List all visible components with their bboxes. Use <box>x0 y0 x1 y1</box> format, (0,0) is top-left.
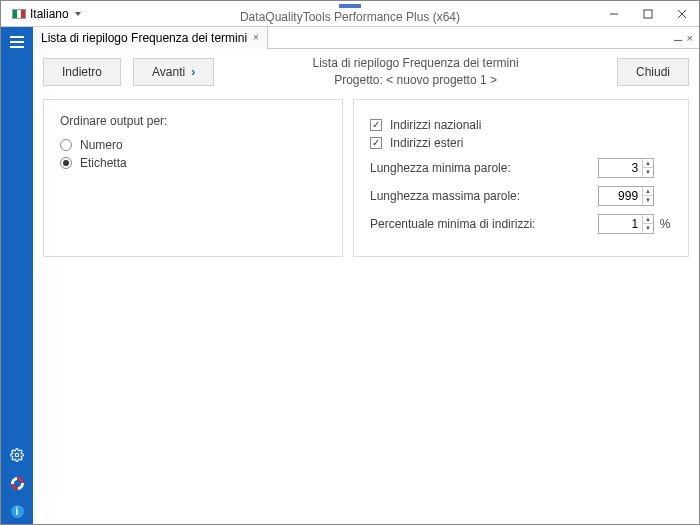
help-button[interactable] <box>1 469 33 497</box>
window-title: DataQualityTools Performance Plus (x64) <box>1 1 699 26</box>
svg-point-7 <box>15 453 19 457</box>
close-button-label: Chiudi <box>636 65 670 79</box>
window-controls <box>597 1 699 27</box>
min-length-value[interactable] <box>599 159 642 177</box>
spin-down-icon[interactable]: ▼ <box>643 168 653 177</box>
chevron-right-icon: › <box>191 65 195 79</box>
sort-option-number[interactable]: Numero <box>60 138 326 152</box>
min-length-label: Lunghezza minima parole: <box>370 161 598 175</box>
tab-strip-close-button[interactable]: × <box>687 32 693 44</box>
title-accent <box>339 4 361 8</box>
next-button-label: Avanti <box>152 65 185 79</box>
national-label: Indirizzi nazionali <box>390 118 481 132</box>
tab-label: Lista di riepilogo Frequenza dei termini <box>41 31 247 45</box>
page-header: Lista di riepilogo Frequenza dei termini… <box>214 55 617 89</box>
back-button[interactable]: Indietro <box>43 58 121 86</box>
settings-button[interactable] <box>1 441 33 469</box>
back-button-label: Indietro <box>62 65 102 79</box>
max-length-label: Lunghezza massima parole: <box>370 189 598 203</box>
sort-option-label[interactable]: Etichetta <box>60 156 326 170</box>
language-selector[interactable]: Italiano <box>5 4 88 24</box>
info-button[interactable]: i <box>1 497 33 525</box>
svg-rect-1 <box>644 10 652 18</box>
page-title: Lista di riepilogo Frequenza dei termini <box>214 55 617 72</box>
close-window-button[interactable] <box>665 1 699 27</box>
close-button[interactable]: Chiudi <box>617 58 689 86</box>
foreign-label: Indirizzi esteri <box>390 136 463 150</box>
max-length-value[interactable] <box>599 187 642 205</box>
percent-suffix: % <box>658 217 672 231</box>
sort-panel-title: Ordinare output per: <box>60 114 326 128</box>
spin-down-icon[interactable]: ▼ <box>643 224 653 233</box>
page-body: Indietro Avanti › Lista di riepilogo Fre… <box>33 49 699 525</box>
radio-icon <box>60 157 72 169</box>
maximize-button[interactable] <box>631 1 665 27</box>
max-length-input[interactable]: ▲▼ <box>598 186 654 206</box>
next-button[interactable]: Avanti › <box>133 58 214 86</box>
min-pct-input[interactable]: ▲▼ <box>598 214 654 234</box>
min-pct-label: Percentuale minima di indirizzi: <box>370 217 598 231</box>
tab-strip: Lista di riepilogo Frequenza dei termini… <box>33 27 699 49</box>
foreign-checkbox[interactable]: Indirizzi esteri <box>370 136 672 150</box>
sort-option-label-label: Etichetta <box>80 156 127 170</box>
minimize-button[interactable] <box>597 1 631 27</box>
checkbox-icon <box>370 137 382 149</box>
tab-close-icon[interactable]: × <box>253 32 259 43</box>
language-label: Italiano <box>30 7 69 21</box>
national-checkbox[interactable]: Indirizzi nazionali <box>370 118 672 132</box>
spin-down-icon[interactable]: ▼ <box>643 196 653 205</box>
address-panel: Indirizzi nazionali Indirizzi esteri Lun… <box>353 99 689 257</box>
info-icon: i <box>11 505 24 518</box>
life-ring-icon <box>11 477 24 490</box>
chevron-down-icon <box>75 12 81 16</box>
window-titlebar: Italiano DataQualityTools Performance Pl… <box>1 1 699 27</box>
sidebar: i <box>1 27 33 525</box>
tab-term-frequency[interactable]: Lista di riepilogo Frequenza dei termini… <box>33 27 268 49</box>
hamburger-button[interactable] <box>1 27 33 57</box>
flag-icon <box>12 9 26 19</box>
spin-up-icon[interactable]: ▲ <box>643 215 653 225</box>
radio-icon <box>60 139 72 151</box>
min-pct-value[interactable] <box>599 215 642 233</box>
spin-up-icon[interactable]: ▲ <box>643 159 653 169</box>
sort-option-number-label: Numero <box>80 138 123 152</box>
tab-pin-button[interactable]: ⚊ <box>673 31 683 44</box>
app-title-text: DataQualityTools Performance Plus (x64) <box>240 10 460 24</box>
min-length-input[interactable]: ▲▼ <box>598 158 654 178</box>
project-label: Progetto: < nuovo progetto 1 > <box>214 72 617 89</box>
spin-up-icon[interactable]: ▲ <box>643 187 653 197</box>
checkbox-icon <box>370 119 382 131</box>
sort-panel: Ordinare output per: Numero Etichetta <box>43 99 343 257</box>
